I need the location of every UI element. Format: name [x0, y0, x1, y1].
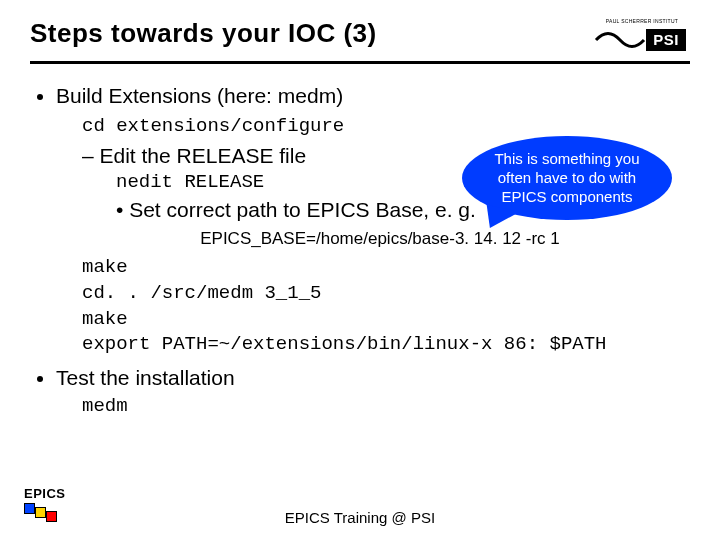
code-line: make: [82, 255, 690, 281]
epics-squares: [24, 503, 66, 522]
code-line: cd. . /src/medm 3_1_5: [82, 281, 690, 307]
bullet-test-install: Test the installation: [56, 364, 690, 392]
bullet-build-extensions: Build Extensions (here: medm): [56, 82, 690, 110]
square-blue: [24, 503, 35, 514]
callout-line: This is something you: [476, 150, 658, 169]
code-line: export PATH=~/extensions/bin/linux-x 86:…: [82, 332, 690, 358]
example-line: EPICS_BASE=/home/epics/base-3. 14. 12 -r…: [70, 228, 690, 251]
code-line: make: [82, 307, 690, 333]
callout-line: EPICS components: [476, 188, 658, 207]
slide-title: Steps towards your IOC (3): [30, 18, 377, 49]
slide: Steps towards your IOC (3) PAUL SCHERRER…: [0, 0, 720, 540]
callout: This is something you often have to do w…: [462, 136, 672, 220]
psi-logo: PAUL SCHERRER INSTITUT PSI: [594, 18, 690, 55]
callout-bubble: This is something you often have to do w…: [462, 136, 672, 220]
epics-label: EPICS: [24, 486, 66, 501]
bullet-list: Test the installation: [36, 364, 690, 392]
callout-line: often have to do with: [476, 169, 658, 188]
footer: EPICS EPICS Training @ PSI: [0, 509, 720, 526]
psi-logo-caption: PAUL SCHERRER INSTITUT: [606, 18, 678, 24]
code-block: make cd. . /src/medm 3_1_5 make export P…: [82, 255, 690, 358]
psi-logo-graphic: PSI: [594, 25, 690, 55]
header: Steps towards your IOC (3) PAUL SCHERRER…: [30, 18, 690, 64]
bullet-list: Build Extensions (here: medm): [36, 82, 690, 110]
square-red: [46, 511, 57, 522]
psi-logo-text: PSI: [653, 31, 679, 48]
footer-text: EPICS Training @ PSI: [0, 509, 720, 526]
epics-badge: EPICS: [24, 486, 66, 522]
code-line: medm: [82, 394, 690, 420]
square-yellow: [35, 507, 46, 518]
content-area: This is something you often have to do w…: [30, 64, 690, 420]
